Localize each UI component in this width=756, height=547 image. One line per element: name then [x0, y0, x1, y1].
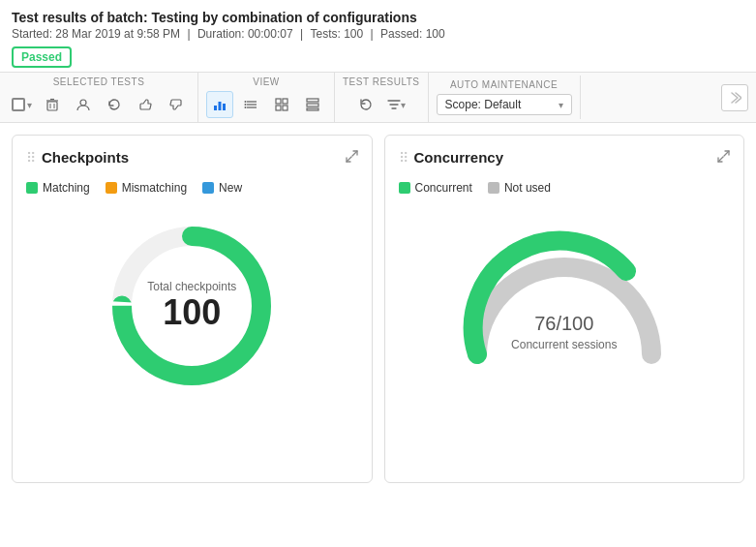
- bar-chart-icon: [213, 98, 227, 111]
- svg-line-27: [724, 151, 729, 156]
- gauge-wrap: 76/100 Concurrent sessions: [458, 214, 671, 369]
- concurrent-dot: [399, 182, 410, 194]
- test-results-section: TEST RESULTS ▾: [335, 73, 429, 122]
- not-used-dot: [488, 182, 499, 194]
- concurrency-legend: Concurrent Not used: [399, 181, 731, 195]
- concurrency-title-row: ⠿ Concurrency: [399, 149, 504, 166]
- svg-rect-0: [47, 102, 57, 110]
- legend-item-matching: Matching: [26, 181, 90, 195]
- thumbs-up-button[interactable]: [132, 91, 159, 118]
- svg-rect-19: [307, 99, 318, 102]
- checkpoints-title-row: ⠿ Checkpoints: [26, 149, 129, 166]
- user-button[interactable]: [70, 91, 97, 118]
- thumbs-up-icon: [138, 98, 152, 111]
- drag-handle-icon: ⠿: [26, 150, 36, 166]
- gauge-label: Concurrent sessions: [487, 338, 642, 351]
- svg-rect-21: [307, 108, 318, 110]
- donut-label: Total checkpoints: [147, 280, 236, 293]
- svg-line-22: [352, 151, 357, 156]
- test-results-label: TEST RESULTS: [343, 76, 420, 87]
- gauge-center: 76/100 Concurrent sessions: [487, 301, 642, 351]
- view-label: VIEW: [253, 76, 280, 87]
- legend-item-mismatching: Mismatching: [106, 181, 187, 195]
- grid-icon: [275, 98, 288, 111]
- status-badge: Passed: [12, 46, 72, 68]
- checkpoints-expand-button[interactable]: [346, 150, 358, 166]
- svg-rect-20: [307, 104, 318, 106]
- concurrent-label: Concurrent: [415, 181, 472, 195]
- select-checkbox-button[interactable]: ▾: [8, 91, 35, 118]
- chart-view-button[interactable]: [206, 91, 233, 118]
- thumbs-down-icon: [169, 98, 183, 111]
- grid-view-button[interactable]: [268, 91, 295, 118]
- refresh-icon: [359, 98, 373, 111]
- concurrency-drag-handle-icon: ⠿: [399, 150, 408, 166]
- filter-chevron-icon: ▾: [401, 100, 406, 110]
- svg-rect-7: [219, 102, 222, 110]
- delete-button[interactable]: [39, 91, 66, 118]
- svg-rect-15: [276, 99, 281, 104]
- matching-label: Matching: [43, 181, 90, 195]
- svg-line-23: [347, 157, 351, 162]
- checkpoints-legend: Matching Mismatching New: [26, 181, 358, 195]
- forward-button[interactable]: [721, 84, 748, 111]
- page-meta: Started: 28 Mar 2019 at 9:58 PM | Durati…: [12, 27, 744, 41]
- scope-dropdown[interactable]: Scope: Default ▾: [437, 94, 572, 115]
- expand-icon: [346, 150, 358, 163]
- selected-tests-controls: ▾: [8, 91, 190, 118]
- concurrency-expand-button[interactable]: [717, 150, 730, 166]
- page-title: Test results of batch: Testing by combin…: [12, 10, 744, 25]
- user-icon: [76, 98, 90, 111]
- scope-dropdown-text: Scope: Default: [445, 98, 553, 111]
- list-view-button[interactable]: [237, 91, 264, 118]
- filter-button[interactable]: ▾: [383, 91, 410, 118]
- svg-point-12: [245, 101, 247, 103]
- concurrency-card-header: ⠿ Concurrency: [399, 149, 731, 166]
- thumbs-down-button[interactable]: [163, 91, 190, 118]
- donut-wrap: Total checkpoints 100: [100, 214, 284, 398]
- view-controls: [206, 91, 326, 118]
- legend-item-new: New: [202, 181, 242, 195]
- gauge-svg: [458, 214, 671, 379]
- scope-dropdown-chevron-icon: ▾: [559, 100, 563, 110]
- donut-center: Total checkpoints 100: [147, 280, 236, 332]
- compact-view-button[interactable]: [299, 91, 326, 118]
- svg-rect-18: [283, 106, 287, 110]
- svg-rect-8: [223, 104, 226, 110]
- svg-line-28: [718, 157, 723, 162]
- gauge-number: 76/100: [487, 301, 642, 336]
- svg-rect-16: [283, 99, 287, 104]
- test-results-controls: ▾: [352, 91, 410, 118]
- donut-number: 100: [163, 292, 221, 332]
- gauge-max: 100: [561, 313, 593, 334]
- toolbar: SELECTED TESTS ▾: [0, 73, 756, 123]
- concurrency-expand-icon: [717, 150, 730, 163]
- concurrency-gauge-chart: 76/100 Concurrent sessions: [399, 214, 731, 369]
- matching-dot: [26, 182, 38, 194]
- compact-icon: [306, 98, 319, 111]
- selected-tests-section: SELECTED TESTS ▾: [0, 73, 198, 122]
- svg-point-5: [80, 100, 86, 106]
- svg-rect-6: [214, 106, 217, 110]
- concurrency-title: Concurrency: [414, 149, 504, 166]
- new-dot: [202, 182, 214, 194]
- undo-icon: [107, 98, 121, 111]
- duration-label: Duration: 00:00:07: [197, 27, 293, 41]
- undo-button[interactable]: [101, 91, 128, 118]
- checkpoints-card-header: ⠿ Checkpoints: [26, 149, 358, 166]
- toolbar-forward-section: [713, 80, 756, 115]
- tests-label: Tests: 100: [310, 27, 363, 41]
- trash-icon: [45, 98, 59, 111]
- svg-rect-17: [276, 106, 281, 110]
- auto-maintenance-label: AUTO MAINTENANCE: [450, 79, 558, 90]
- checkpoints-donut-chart: Total checkpoints 100: [26, 214, 358, 398]
- selected-tests-label: SELECTED TESTS: [53, 76, 145, 87]
- filter-icon: [387, 98, 401, 111]
- svg-point-13: [245, 104, 247, 106]
- forward-icon: [728, 91, 741, 105]
- started-label: Started: 28 Mar 2019 at 9:58 PM: [12, 27, 180, 41]
- checkpoints-title: Checkpoints: [42, 149, 129, 166]
- new-label: New: [219, 181, 242, 195]
- refresh-button[interactable]: [352, 91, 379, 118]
- checkpoints-card: ⠿ Checkpoints Matching Mismatching: [12, 135, 373, 483]
